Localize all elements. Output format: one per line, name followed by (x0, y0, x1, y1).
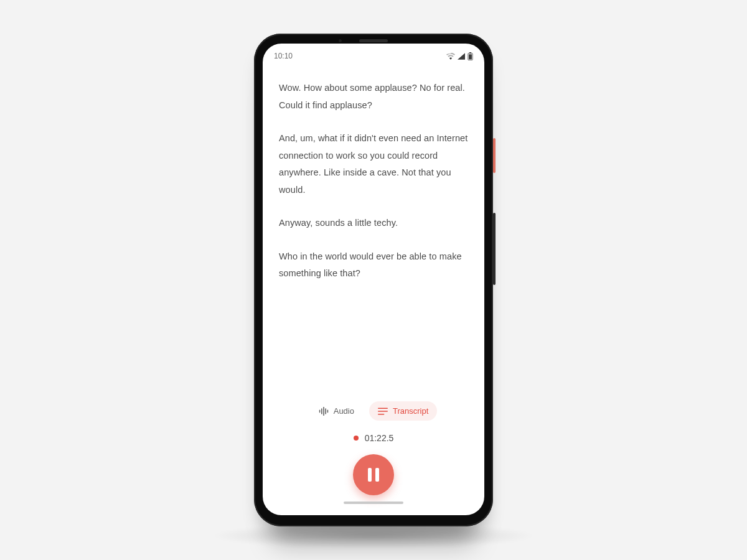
transcript-text: Wow. How about some applause? No for rea… (279, 80, 468, 282)
recording-timer: 01:22.5 (354, 433, 394, 443)
elapsed-time: 01:22.5 (365, 433, 394, 443)
svg-rect-2 (469, 54, 472, 59)
status-bar: 10:10 (263, 44, 484, 65)
phone-frame: 10:10 (254, 34, 493, 526)
cellular-icon (458, 53, 465, 60)
pause-button[interactable] (353, 454, 394, 495)
controls-area: Audio Transcript (263, 398, 484, 515)
waveform-icon (319, 407, 329, 416)
product-shot: 10:10 (0, 0, 747, 560)
front-camera (337, 38, 343, 44)
wifi-icon (446, 53, 455, 60)
phone-screen: 10:10 (263, 44, 484, 515)
transcript-paragraph: And, um, what if it didn't even need an … (279, 130, 468, 198)
status-time: 10:10 (274, 52, 293, 60)
earpiece-speaker (359, 39, 388, 42)
view-tabs: Audio Transcript (310, 401, 438, 421)
gesture-nav-pill[interactable] (344, 502, 403, 504)
tab-transcript[interactable]: Transcript (369, 401, 437, 421)
transcript-paragraph: Anyway, sounds a little techy. (279, 215, 468, 232)
floor-shadow (212, 523, 535, 549)
transcript-pane[interactable]: Wow. How about some applause? No for rea… (263, 65, 484, 398)
tab-audio-label: Audio (334, 406, 354, 416)
tab-audio[interactable]: Audio (310, 401, 363, 421)
pause-icon (368, 468, 379, 482)
transcript-icon (378, 408, 388, 415)
status-icons (446, 52, 473, 60)
battery-icon (467, 52, 473, 60)
volume-rocker (493, 213, 496, 285)
transcript-paragraph: Wow. How about some applause? No for rea… (279, 80, 468, 114)
transcript-paragraph: Who in the world would ever be able to m… (279, 248, 468, 282)
power-button (493, 138, 496, 173)
tab-transcript-label: Transcript (393, 406, 428, 416)
recording-indicator-icon (354, 436, 359, 441)
